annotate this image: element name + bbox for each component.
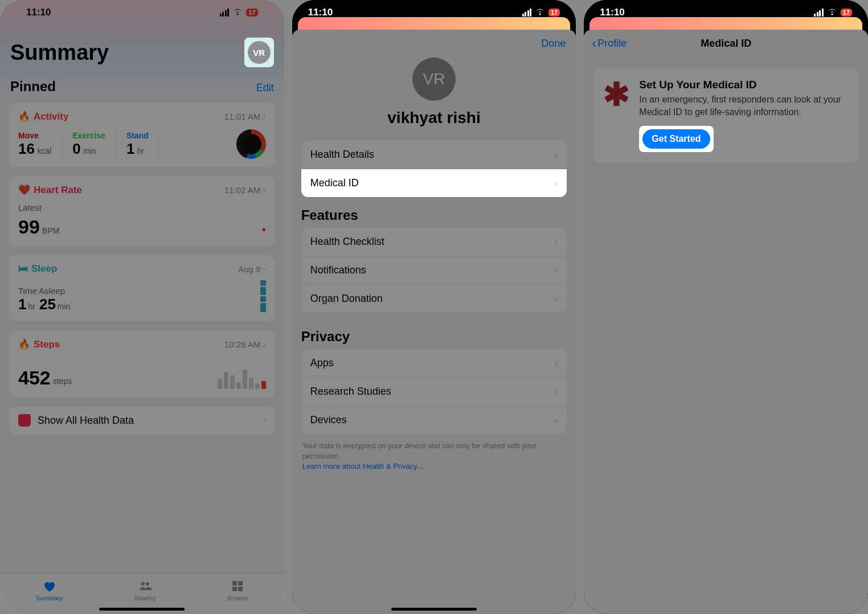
chevron-right-icon: ›: [263, 112, 265, 122]
exercise-value: 0: [72, 140, 80, 157]
activity-card[interactable]: 🔥 Activity 11:01 AM › Move 16 kcal Exerc…: [9, 103, 275, 167]
tab-browse-label: Browse: [227, 595, 248, 601]
phone-profile: 11:10 17 Done VR vikhyat rishi Health De…: [292, 0, 576, 614]
profile-avatar-button[interactable]: VR: [244, 38, 274, 67]
research-studies-row[interactable]: Research Studies ›: [301, 378, 567, 406]
show-all-label: Show All Health Data: [38, 415, 134, 427]
phone-summary: 11:10 17 Summary VR Pinned Edit: [0, 0, 284, 614]
medical-card-title: Set Up Your Medical ID: [639, 79, 849, 91]
chevron-right-icon: ›: [555, 265, 558, 276]
svg-rect-5: [238, 587, 243, 591]
health-checklist-row[interactable]: Health Checklist ›: [301, 228, 567, 256]
stand-value: 1: [126, 140, 134, 157]
apps-row[interactable]: Apps ›: [301, 349, 567, 378]
steps-chart-icon: [218, 363, 266, 389]
health-app-icon: [18, 414, 31, 427]
signal-icon: [522, 9, 532, 17]
stand-label: Stand: [126, 131, 149, 140]
sleep-hours-unit: hr: [28, 302, 35, 311]
organ-donation-label: Organ Donation: [310, 293, 383, 305]
status-time: 11:10: [308, 7, 333, 18]
health-details-row[interactable]: Health Details ›: [301, 141, 567, 169]
home-indicator: [99, 608, 185, 611]
heart-unit: BPM: [42, 226, 59, 235]
privacy-header: Privacy: [301, 329, 567, 345]
chevron-right-icon: ›: [263, 185, 265, 195]
chevron-right-icon: ›: [555, 294, 558, 304]
steps-time: 10:26 AM: [224, 339, 260, 349]
tab-browse[interactable]: Browse: [227, 579, 248, 601]
svg-point-1: [146, 582, 149, 586]
chevron-right-icon: ›: [555, 358, 558, 369]
sleep-label: Sleep: [31, 263, 57, 275]
medical-id-row[interactable]: Medical ID ›: [301, 169, 567, 197]
medical-card-desc: In an emergency, first responders can lo…: [639, 93, 849, 118]
exercise-label: Exercise: [72, 131, 105, 140]
health-checklist-label: Health Checklist: [310, 236, 384, 248]
flame-icon: 🔥: [18, 338, 30, 350]
chevron-right-icon: ›: [555, 150, 558, 160]
organ-donation-row[interactable]: Organ Donation ›: [301, 285, 567, 313]
steps-card[interactable]: 🔥 Steps 10:26 AM › 452 steps: [9, 330, 275, 397]
phone-medical-id: 11:10 17 ‹ Profile Medical ID ✱: [584, 0, 868, 614]
signal-icon: [814, 9, 824, 17]
heart-fill-icon: [41, 579, 57, 593]
chevron-right-icon: ›: [263, 264, 265, 274]
learn-more-link[interactable]: Learn more about Health & Privacy…: [302, 462, 425, 470]
signal-icon: [220, 9, 230, 17]
privacy-footnote: Your data is encrypted on your device an…: [302, 441, 537, 460]
show-all-health-row[interactable]: Show All Health Data ›: [9, 406, 275, 435]
done-button[interactable]: Done: [541, 38, 566, 50]
medical-id-setup-card: ✱ Set Up Your Medical ID In an emergency…: [593, 68, 859, 162]
svg-rect-2: [232, 581, 237, 586]
stand-unit: hr: [137, 146, 144, 155]
medical-id-label: Medical ID: [310, 177, 359, 189]
get-started-button[interactable]: Get Started: [642, 129, 710, 149]
sleep-time: Aug 9: [238, 264, 260, 274]
back-label: Profile: [597, 38, 627, 50]
tab-summary-label: Summary: [36, 595, 63, 601]
chevron-right-icon: ›: [555, 237, 558, 247]
svg-rect-3: [238, 581, 243, 586]
heart-latest-label: Latest: [18, 203, 266, 212]
wifi-icon: [827, 8, 837, 18]
chevron-right-icon: ›: [263, 415, 265, 425]
notifications-row[interactable]: Notifications ›: [301, 256, 567, 285]
heart-label: Heart Rate: [34, 185, 82, 196]
heart-rate-card[interactable]: ❤️ Heart Rate 11:02 AM › Latest 99 BPM •: [9, 176, 275, 246]
pinned-header: Pinned: [10, 79, 56, 95]
move-unit: kcal: [37, 146, 51, 155]
chevron-right-icon: ›: [263, 339, 265, 350]
home-indicator: [391, 608, 477, 611]
move-label: Move: [18, 131, 51, 140]
nav-title: Medical ID: [701, 38, 751, 50]
chevron-right-icon: ›: [555, 387, 558, 397]
tab-summary[interactable]: Summary: [36, 579, 63, 601]
steps-value: 452: [18, 367, 51, 389]
exercise-unit: min: [83, 146, 96, 155]
sleep-hours: 1: [18, 296, 26, 313]
sleep-min-unit: min: [58, 302, 71, 311]
chevron-left-icon: ‹: [592, 35, 596, 51]
bed-icon: 🛏: [18, 263, 28, 275]
flame-icon: 🔥: [18, 110, 30, 122]
grid-icon: [230, 579, 245, 593]
sleep-card[interactable]: 🛏 Sleep Aug 9 › Time Asleep 1 hr 25 min: [9, 255, 275, 321]
wifi-icon: [535, 8, 545, 18]
svg-point-0: [141, 582, 145, 586]
edit-button[interactable]: Edit: [256, 82, 274, 94]
activity-rings-icon: [236, 129, 266, 159]
sleep-min: 25: [39, 296, 56, 313]
medical-asterisk-icon: ✱: [603, 82, 630, 152]
activity-label: Activity: [34, 111, 68, 122]
tab-sharing[interactable]: Sharing: [134, 579, 156, 601]
devices-row[interactable]: Devices ›: [301, 406, 567, 434]
devices-label: Devices: [310, 414, 347, 426]
battery-badge: 17: [246, 9, 257, 17]
wifi-icon: [232, 8, 243, 18]
avatar: VR: [248, 41, 271, 64]
page-title: Summary: [10, 40, 109, 65]
battery-badge: 17: [841, 9, 852, 17]
activity-time: 11:01 AM: [224, 112, 260, 121]
back-button[interactable]: ‹ Profile: [592, 35, 627, 51]
